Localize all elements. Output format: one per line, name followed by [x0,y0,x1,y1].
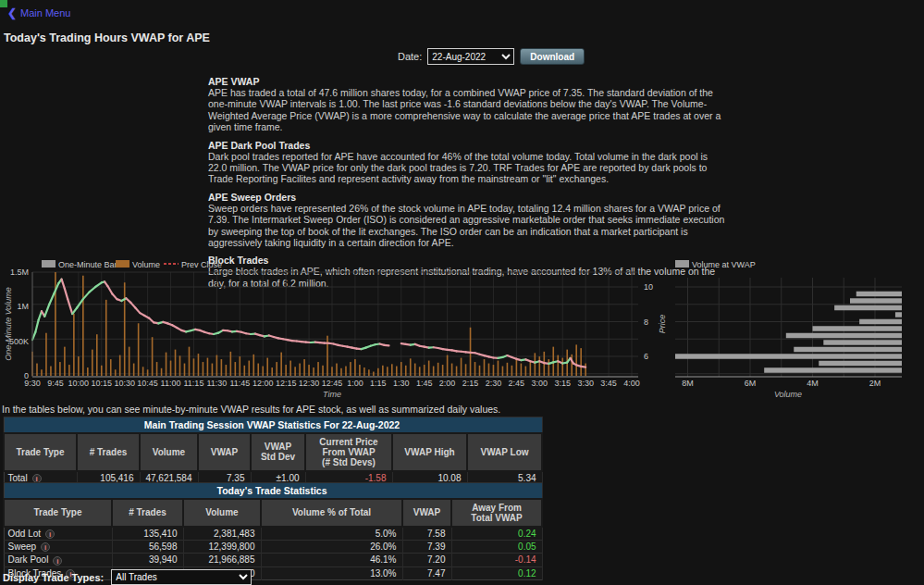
volume-bar [433,367,435,376]
cell-vwap: 7.39 [402,540,451,553]
date-select[interactable]: 22-Aug-2022 [427,48,514,65]
volume-bar [45,333,47,376]
volume-bar [276,362,277,376]
volume-bar [396,367,398,376]
volume-bar [507,363,509,376]
volume-bar [410,358,412,376]
x-tick-label: 12:00 [253,379,274,388]
one-minute-bar-segment [95,282,102,287]
col-num-trades: # Trades [112,499,183,527]
vwap-table-title: Main Trading Session VWAP Statistics For… [4,417,542,433]
cell-num-trades: 39,940 [112,554,183,566]
vwap-volume-bar [834,305,902,311]
volume-bar [129,347,130,376]
right-y-tick: 8 [644,317,648,327]
legend-prev-close-label: Prev Close [181,260,222,269]
volume-bar [216,355,218,376]
volume-bar [498,361,499,376]
volume-bar [166,353,167,376]
volume-bar [571,355,573,376]
volume-bar [179,355,181,376]
volume-bar [437,363,439,376]
cell-away: 0.05 [451,540,542,553]
volume-bar [193,358,195,376]
one-minute-bar-segment [54,283,58,293]
volume-bar [290,361,291,376]
one-minute-bar-segment [72,308,77,315]
cell-volume-pct: 46.1% [261,554,402,566]
left-y-tick: 1.5M [10,268,29,277]
col-vwap: VWAP [402,499,451,527]
one-minute-bar-segment [65,289,68,299]
vwap-charts: 9:309:4510:0010:1510:3010:4511:0011:1511… [0,257,924,400]
volume-bar [96,334,98,376]
volume-bar [78,356,80,376]
volume-bar [405,366,407,376]
x-axis-title: Volume [774,390,802,399]
legend-volume-at-vwap-swatch [675,260,689,268]
legend-one-minute-bar-label: One-Minute Bar [58,260,117,269]
vwap-volume-bar [786,333,902,339]
volume-bar [585,364,586,376]
volume-bar [488,364,490,376]
volume-bar [184,364,186,376]
volume-bar [539,356,541,376]
col-volume: Volume [183,499,261,527]
section-body-vwap: APE has traded a total of 47.6 million s… [208,87,726,133]
cell-vwap: 7.58 [402,527,451,541]
date-label: Date: [398,51,422,62]
volume-bar [345,367,347,376]
trade-table-title: Today's Trade Statistics [4,483,542,499]
x-tick-label: 3:45 [600,379,617,388]
info-icon[interactable]: i [45,529,55,539]
volume-bar [382,366,384,376]
x-tick-label: 10:00 [68,379,90,388]
x-tick-label: 1:30 [393,379,410,388]
x-tick-label: 12:30 [299,379,320,388]
one-minute-bar-segment [83,292,90,300]
x-axis-title: Time [323,390,341,399]
volume-bar [493,365,495,376]
tables-intro-text: In the tables below, you can see minute-… [2,404,500,415]
info-icon[interactable]: i [53,556,62,566]
x-tick-label: 10:15 [92,379,113,388]
volume-bar [203,362,204,376]
col-away-from-vwap: Away From Total VWAP [451,499,542,527]
x-tick-label: 11:15 [184,379,204,388]
volume-bar [419,367,421,376]
volume-bar [484,359,486,376]
volume-bar [285,365,287,376]
row-label: Odd Lot [8,529,42,539]
x-tick-label: 9:45 [47,379,64,388]
table-row-dark-pool: Dark Pooli 39,940 21,966,885 46.1% 7.20 … [4,554,542,566]
volume-bar [340,368,342,376]
x-tick-label: 2:45 [509,379,525,388]
volume-bar [50,367,52,376]
volume-bar [105,300,107,376]
one-minute-bar-segment [135,308,140,314]
info-icon[interactable]: i [41,542,50,552]
volume-bar [82,276,84,376]
volume-bar [502,367,504,376]
volume-bar [147,369,149,376]
col-num-trades: # Trades [77,433,140,471]
trade-type-select[interactable]: All Trades [111,569,252,585]
volume-bar [530,361,532,376]
vwap-volume-bar [794,347,902,353]
one-minute-bar-segment [68,299,72,314]
volume-bar [41,369,43,376]
volume-bar [133,364,135,376]
volume-bar [92,350,93,376]
right-y-tick: 6 [644,352,648,361]
x-tick-label: 11:45 [229,379,250,388]
volume-bar [561,358,563,376]
row-label: Dark Pool [8,554,49,565]
cell-volume: 2,381,483 [183,527,261,541]
x-tick-label: 1:00 [347,379,363,388]
col-vwap: VWAP [198,433,251,471]
volume-bar [474,362,476,376]
volume-bar [368,369,370,376]
back-link[interactable]: ❮Main Menu [7,6,70,19]
volume-bar [142,367,144,376]
download-button[interactable]: Download [520,48,585,65]
